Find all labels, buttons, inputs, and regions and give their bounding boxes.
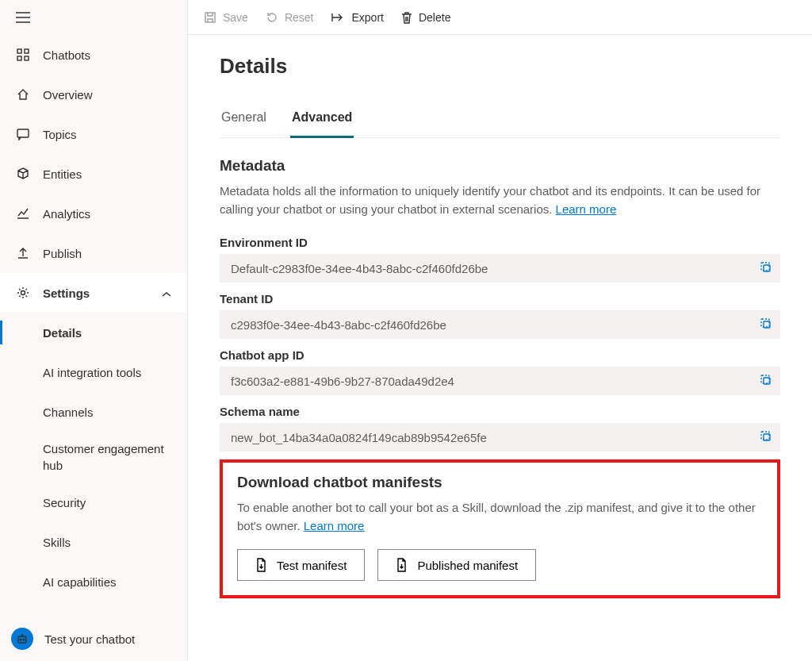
sidebar-item-topics[interactable]: Topics (0, 114, 187, 154)
hamburger-button[interactable] (0, 0, 187, 35)
svg-rect-4 (17, 129, 29, 137)
manifest-buttons: Test manifest Published manifest (237, 549, 763, 581)
copy-button[interactable] (759, 317, 772, 332)
nav-list: Chatbots Overview Topics Entities Analyt… (0, 35, 187, 617)
hamburger-icon (16, 12, 30, 23)
tenant-id-field: c2983f0e-34ee-4b43-8abc-c2f460fd26be (220, 310, 780, 339)
sidebar-sub-ai-capabilities[interactable]: AI capabilities (0, 562, 187, 601)
manifests-section: Download chatbot manifests To enable ano… (220, 459, 780, 598)
toolbar: Save Reset Export Delete (188, 0, 812, 35)
nav-label: Publish (43, 247, 82, 260)
env-id-field: Default-c2983f0e-34ee-4b43-8abc-c2f460fd… (220, 254, 780, 282)
metadata-description: Metadata holds all the information to un… (220, 183, 780, 218)
trash-icon (401, 11, 412, 24)
copy-button[interactable] (759, 373, 772, 389)
published-manifest-button[interactable]: Published manifest (377, 549, 536, 581)
manifests-description: To enable another bot to call your bot a… (237, 499, 763, 535)
content: Details General Advanced Metadata Metada… (188, 35, 812, 661)
sidebar-item-overview[interactable]: Overview (0, 75, 187, 114)
svg-point-5 (21, 291, 25, 295)
reset-icon (266, 11, 278, 24)
svg-rect-16 (761, 432, 769, 440)
tenant-id-label: Tenant ID (220, 292, 780, 306)
schema-name-value: new_bot_14ba34a0a0824f149cab89b9542e65fe (231, 431, 487, 444)
nav-label: Entities (43, 167, 82, 181)
grid-icon (16, 48, 30, 61)
nav-label: Chatbots (43, 48, 90, 62)
button-label: Reset (285, 11, 314, 24)
save-icon (204, 11, 216, 24)
svg-point-8 (23, 639, 25, 640)
button-label: Export (352, 11, 384, 24)
footer-label: Test your chatbot (44, 632, 135, 646)
tabs: General Advanced (220, 104, 780, 138)
nav-label: AI integration tools (43, 366, 141, 379)
nav-label: Topics (43, 128, 77, 141)
nav-label: Channels (43, 405, 93, 419)
metadata-heading: Metadata (220, 157, 780, 175)
svg-rect-3 (25, 56, 29, 60)
button-label: Save (223, 11, 248, 24)
svg-rect-1 (25, 49, 29, 53)
copy-icon (759, 373, 772, 386)
svg-point-7 (20, 639, 21, 640)
sidebar-sub-channels[interactable]: Channels (0, 392, 187, 432)
sidebar-sub-details[interactable]: Details (0, 313, 187, 352)
export-button[interactable]: Export (331, 11, 384, 24)
main: Save Reset Export Delete Details General… (188, 0, 812, 661)
delete-button[interactable]: Delete (401, 11, 450, 24)
app-id-label: Chatbot app ID (220, 348, 780, 362)
page-title: Details (220, 54, 780, 79)
nav-label: Skills (43, 536, 71, 549)
copy-button[interactable] (759, 429, 772, 445)
copy-icon (759, 260, 772, 274)
reset-button: Reset (266, 11, 314, 24)
save-button: Save (204, 11, 248, 24)
schema-name-field: new_bot_14ba34a0a0824f149cab89b9542e65fe (220, 423, 780, 452)
sidebar-item-publish[interactable]: Publish (0, 233, 187, 273)
tenant-id-value: c2983f0e-34ee-4b43-8abc-c2f460fd26be (231, 318, 446, 332)
svg-rect-10 (761, 263, 769, 271)
chart-icon (16, 207, 30, 220)
chat-icon (16, 128, 30, 140)
nav-label: Security (43, 496, 86, 509)
schema-name-label: Schema name (220, 405, 780, 418)
copy-icon (759, 429, 772, 443)
metadata-learn-more-link[interactable]: Learn more (556, 202, 617, 216)
document-download-icon (255, 558, 267, 572)
nav-label: AI capabilities (43, 575, 117, 589)
tab-general[interactable]: General (220, 104, 268, 137)
export-icon (331, 12, 346, 23)
tab-advanced[interactable]: Advanced (290, 104, 354, 138)
home-icon (16, 88, 30, 101)
copy-button[interactable] (759, 260, 772, 276)
sidebar-item-analytics[interactable]: Analytics (0, 194, 187, 233)
button-label: Published manifest (417, 559, 518, 572)
upload-icon (16, 247, 30, 259)
sidebar-sub-security[interactable]: Security (0, 482, 187, 522)
sidebar-item-chatbots[interactable]: Chatbots (0, 35, 187, 75)
svg-rect-9 (205, 13, 215, 22)
sidebar-sub-skills[interactable]: Skills (0, 522, 187, 562)
sidebar-sub-ai-integration[interactable]: AI integration tools (0, 352, 187, 392)
test-chatbot-button[interactable]: Test your chatbot (0, 617, 187, 661)
sidebar-item-entities[interactable]: Entities (0, 154, 187, 194)
nav-label: Details (43, 326, 82, 340)
sidebar-sub-customer-engagement[interactable]: Customer engagement hub (0, 432, 187, 482)
nav-label: Analytics (43, 207, 90, 221)
bot-icon (11, 628, 33, 650)
copy-icon (759, 317, 772, 330)
manifests-heading: Download chatbot manifests (237, 474, 763, 491)
env-id-label: Environment ID (220, 236, 780, 249)
svg-rect-2 (17, 56, 21, 60)
button-label: Test manifest (277, 559, 347, 572)
app-id-value: f3c603a2-e881-49b6-9b27-870ada49d2e4 (231, 375, 454, 388)
sidebar: Chatbots Overview Topics Entities Analyt… (0, 0, 188, 661)
sidebar-item-settings[interactable]: Settings (0, 273, 187, 313)
test-manifest-button[interactable]: Test manifest (237, 549, 365, 581)
env-id-value: Default-c2983f0e-34ee-4b43-8abc-c2f460fd… (231, 262, 488, 275)
nav-label: Customer engagement hub (43, 440, 171, 474)
svg-rect-14 (761, 375, 769, 383)
button-label: Delete (419, 11, 450, 24)
manifests-learn-more-link[interactable]: Learn more (304, 519, 365, 532)
